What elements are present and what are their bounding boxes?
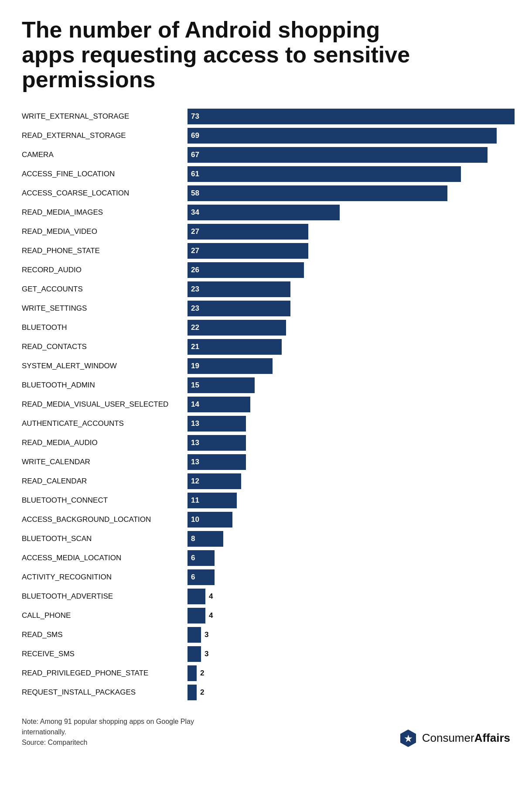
bar-value: 8 — [188, 534, 195, 543]
table-row: CAMERA67 — [22, 147, 510, 163]
bar-area: 27 — [188, 243, 510, 259]
bar: 23 — [188, 281, 290, 297]
table-row: WRITE_CALENDAR13 — [22, 454, 510, 470]
bar-label: REQUEST_INSTALL_PACKAGES — [22, 688, 188, 697]
bar-label: CALL_PHONE — [22, 611, 188, 620]
bar: 13 — [188, 454, 246, 470]
bar: 58 — [188, 185, 447, 201]
table-row: BLUETOOTH_ADMIN15 — [22, 377, 510, 394]
bar-label: READ_MEDIA_VIDEO — [22, 227, 188, 236]
bar-label: BLUETOOTH_CONNECT — [22, 496, 188, 505]
bar-area: 58 — [188, 185, 510, 201]
bar-value: 3 — [201, 630, 208, 639]
bar-value: 14 — [188, 400, 199, 409]
bar: 61 — [188, 166, 461, 182]
table-row: WRITE_EXTERNAL_STORAGE73 — [22, 108, 510, 125]
bar-area: 3 — [188, 627, 510, 643]
bar-area: 4 — [188, 589, 510, 604]
note-line1: Note: Among 91 popular shopping apps on … — [22, 716, 194, 727]
bar-area: 12 — [188, 473, 510, 489]
bar-area: 27 — [188, 224, 510, 240]
bar: 67 — [188, 147, 488, 163]
table-row: BLUETOOTH_SCAN8 — [22, 531, 510, 547]
bar: 11 — [188, 493, 237, 508]
table-row: READ_MEDIA_AUDIO13 — [22, 435, 510, 451]
bar — [188, 608, 205, 624]
footer: Note: Among 91 popular shopping apps on … — [22, 716, 510, 748]
bar-label: WRITE_EXTERNAL_STORAGE — [22, 112, 188, 121]
bar-value: 4 — [205, 592, 213, 601]
bar-value: 13 — [188, 458, 199, 466]
bar-value: 2 — [197, 688, 204, 697]
bar: 27 — [188, 243, 308, 259]
bar-label: READ_SMS — [22, 630, 188, 639]
bar-label: RECORD_AUDIO — [22, 266, 188, 274]
bar-chart: WRITE_EXTERNAL_STORAGE73READ_EXTERNAL_ST… — [22, 108, 510, 701]
bar-area: 73 — [188, 109, 515, 124]
bar-label: WRITE_SETTINGS — [22, 304, 188, 313]
table-row: BLUETOOTH_CONNECT11 — [22, 492, 510, 509]
bar-value: 73 — [188, 112, 199, 121]
bar: 15 — [188, 377, 255, 393]
bar-area: 22 — [188, 320, 510, 336]
consumer-affairs-icon: ★ — [399, 729, 418, 748]
bar: 34 — [188, 205, 340, 220]
table-row: RECEIVE_SMS3 — [22, 646, 510, 662]
bar-value: 13 — [188, 439, 199, 447]
bar-label: BLUETOOTH_ADMIN — [22, 381, 188, 390]
table-row: GET_ACCOUNTS23 — [22, 281, 510, 298]
table-row: BLUETOOTH_ADVERTISE4 — [22, 588, 510, 605]
bar-label: BLUETOOTH_SCAN — [22, 534, 188, 543]
bar-value: 27 — [188, 227, 199, 236]
bar-label: BLUETOOTH — [22, 323, 188, 332]
bar — [188, 627, 201, 643]
bar: 14 — [188, 397, 250, 412]
note-line2: internationally. — [22, 727, 194, 737]
table-row: AUTHENTICATE_ACCOUNTS13 — [22, 415, 510, 432]
bar — [188, 589, 205, 604]
bar-label: ACCESS_BACKGROUND_LOCATION — [22, 515, 188, 524]
bar-value: 34 — [188, 208, 199, 217]
bar: 13 — [188, 416, 246, 432]
bar-area: 67 — [188, 147, 510, 163]
bar-value: 10 — [188, 515, 199, 524]
bar-value: 12 — [188, 477, 199, 486]
bar-area: 15 — [188, 377, 510, 393]
bar-label: AUTHENTICATE_ACCOUNTS — [22, 419, 188, 428]
bar-value: 26 — [188, 266, 199, 274]
bar-value: 3 — [201, 650, 208, 658]
bar-area: 3 — [188, 646, 510, 662]
bar-area: 2 — [188, 685, 510, 700]
bar-area: 8 — [188, 531, 510, 547]
bar-area: 6 — [188, 550, 510, 566]
bar-value: 61 — [188, 170, 199, 178]
bar-area: 13 — [188, 435, 510, 451]
table-row: READ_SMS3 — [22, 627, 510, 643]
table-row: CALL_PHONE4 — [22, 607, 510, 624]
table-row: READ_EXTERNAL_STORAGE69 — [22, 127, 510, 144]
bar-value: 6 — [188, 554, 195, 562]
bar: 6 — [188, 569, 215, 585]
bar: 10 — [188, 512, 232, 528]
table-row: READ_MEDIA_IMAGES34 — [22, 204, 510, 221]
bar-area: 14 — [188, 397, 510, 412]
footnote: Note: Among 91 popular shopping apps on … — [22, 716, 194, 748]
bar-label: READ_PHONE_STATE — [22, 247, 188, 255]
bar-area: 13 — [188, 416, 510, 432]
bar-area: 19 — [188, 358, 510, 374]
bar: 27 — [188, 224, 308, 240]
bar-label: READ_PRIVILEGED_PHONE_STATE — [22, 669, 188, 678]
page-title: The number of Android shopping apps requ… — [22, 17, 414, 93]
bar-area: 21 — [188, 339, 510, 355]
bar-value: 19 — [188, 362, 199, 370]
table-row: ACCESS_COARSE_LOCATION58 — [22, 185, 510, 202]
bar-area: 10 — [188, 512, 510, 528]
bar-label: SYSTEM_ALERT_WINDOW — [22, 362, 188, 370]
bar-label: GET_ACCOUNTS — [22, 285, 188, 294]
table-row: SYSTEM_ALERT_WINDOW19 — [22, 358, 510, 374]
bar: 21 — [188, 339, 282, 355]
bar — [188, 685, 197, 700]
source: Source: Comparitech — [22, 737, 194, 748]
bar-value: 22 — [188, 323, 199, 332]
bar-area: 34 — [188, 205, 510, 220]
